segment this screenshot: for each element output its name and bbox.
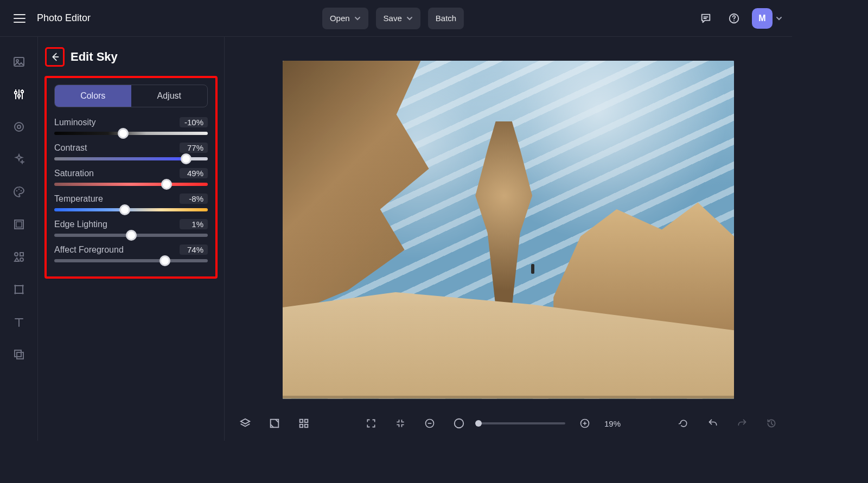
temperature-gradient — [54, 208, 208, 211]
contrast-track[interactable] — [54, 157, 208, 160]
tool-adjust[interactable] — [10, 86, 28, 103]
tool-transform[interactable] — [10, 281, 28, 298]
temperature-track[interactable] — [54, 208, 208, 211]
photo-person — [531, 264, 534, 274]
fullscreen-button[interactable] — [361, 414, 381, 433]
svg-point-11 — [20, 190, 21, 191]
svg-point-21 — [22, 292, 24, 294]
svg-point-3 — [16, 60, 18, 62]
panel-header: Edit Sky — [46, 48, 216, 66]
edge-label: Edge Lighting — [54, 220, 107, 229]
panel-tabs: Colors Adjust — [54, 85, 208, 107]
saturation-gradient — [54, 183, 208, 186]
svg-rect-23 — [17, 352, 23, 359]
luminosity-value[interactable]: -10% — [180, 117, 208, 127]
batch-button[interactable]: Batch — [428, 8, 464, 29]
text-icon — [12, 315, 25, 329]
affect-thumb[interactable] — [159, 255, 170, 266]
slider-affect-foreground: Affect Foreground 74% — [54, 244, 208, 262]
open-button[interactable]: Open — [322, 8, 368, 29]
luminosity-gradient — [54, 132, 208, 135]
bottombar: 19% — [225, 406, 792, 441]
affect-gradient — [54, 259, 208, 262]
tab-adjust[interactable]: Adjust — [131, 85, 208, 107]
contrast-thumb[interactable] — [181, 153, 192, 164]
eye-icon — [12, 120, 25, 133]
redo-button[interactable] — [732, 414, 752, 433]
temperature-value[interactable]: -8% — [180, 194, 208, 204]
account-menu[interactable]: M — [752, 8, 782, 29]
tool-text[interactable] — [10, 313, 28, 331]
topbar: Photo Editor Open Save Batch M — [0, 0, 792, 37]
save-button[interactable]: Save — [376, 8, 420, 29]
bottombar-center: 19% — [361, 414, 626, 433]
help-button[interactable] — [724, 8, 744, 29]
saturation-label: Saturation — [54, 169, 94, 178]
canvas-viewport[interactable] — [225, 37, 792, 406]
bottombar-right — [674, 414, 781, 433]
saturation-thumb[interactable] — [161, 179, 172, 190]
temperature-thumb[interactable] — [119, 204, 130, 215]
layers-button[interactable] — [235, 414, 255, 433]
edge-value[interactable]: 1% — [180, 219, 208, 229]
reset-button[interactable] — [674, 414, 693, 433]
saturation-track[interactable] — [54, 183, 208, 186]
svg-point-20 — [14, 292, 16, 294]
tool-shapes[interactable] — [10, 248, 28, 266]
zoom-slider[interactable] — [478, 422, 565, 424]
panel-body: Colors Adjust Luminosity -10% — [46, 77, 216, 278]
svg-point-4 — [14, 92, 16, 94]
svg-rect-27 — [300, 424, 303, 428]
affect-label: Affect Foreground — [54, 245, 124, 255]
fit-button[interactable] — [391, 414, 410, 433]
affect-value[interactable]: 74% — [180, 244, 208, 255]
minus-circle-icon — [424, 418, 435, 429]
open-label: Open — [330, 14, 350, 23]
app-root: Photo Editor Open Save Batch M — [0, 0, 792, 441]
canvas-image[interactable] — [283, 61, 734, 399]
zoom-level[interactable]: 19% — [604, 419, 626, 428]
batch-label: Batch — [436, 14, 456, 23]
menu-button[interactable] — [10, 9, 29, 28]
edge-track[interactable] — [54, 234, 208, 237]
zoom-thumb[interactable] — [475, 420, 482, 427]
compare-button[interactable] — [265, 414, 284, 433]
svg-rect-26 — [305, 420, 308, 423]
svg-point-14 — [15, 253, 18, 256]
tab-colors[interactable]: Colors — [55, 85, 131, 107]
tool-overlay[interactable] — [10, 346, 28, 363]
history-button[interactable] — [762, 414, 781, 433]
svg-point-7 — [15, 123, 23, 131]
affect-track[interactable] — [54, 259, 208, 262]
sparkle-icon — [12, 153, 25, 166]
edge-thumb[interactable] — [126, 230, 137, 241]
palette-icon — [12, 185, 25, 198]
refresh-icon — [678, 418, 689, 429]
back-button[interactable] — [46, 48, 64, 66]
plus-circle-icon — [579, 418, 590, 429]
slider-edge-lighting: Edge Lighting 1% — [54, 219, 208, 237]
tool-eye[interactable] — [10, 118, 28, 136]
chevron-down-icon — [354, 15, 361, 22]
contrast-value[interactable]: 77% — [180, 143, 208, 153]
zoom-out-button[interactable] — [420, 414, 439, 433]
tool-crop[interactable] — [10, 216, 28, 233]
slider-luminosity: Luminosity -10% — [54, 117, 208, 135]
luminosity-track[interactable] — [54, 132, 208, 135]
tool-ai[interactable] — [10, 151, 28, 168]
undo-button[interactable] — [703, 414, 723, 433]
saturation-value[interactable]: 49% — [180, 168, 208, 178]
tool-image[interactable] — [10, 53, 28, 70]
luminosity-thumb[interactable] — [118, 128, 129, 139]
edit-panel: Edit Sky Colors Adjust Luminosity -10% — [38, 37, 225, 441]
slider-temperature: Temperature -8% — [54, 194, 208, 211]
zoom-reset-button[interactable] — [449, 414, 469, 433]
svg-point-10 — [18, 189, 19, 190]
slider-contrast: Contrast 77% — [54, 143, 208, 160]
tool-brush[interactable] — [10, 183, 28, 201]
grid-button[interactable] — [294, 414, 314, 433]
zoom-in-button[interactable] — [575, 414, 595, 433]
feedback-button[interactable] — [695, 8, 716, 29]
chevron-down-icon — [776, 15, 782, 22]
slider-saturation: Saturation 49% — [54, 168, 208, 186]
